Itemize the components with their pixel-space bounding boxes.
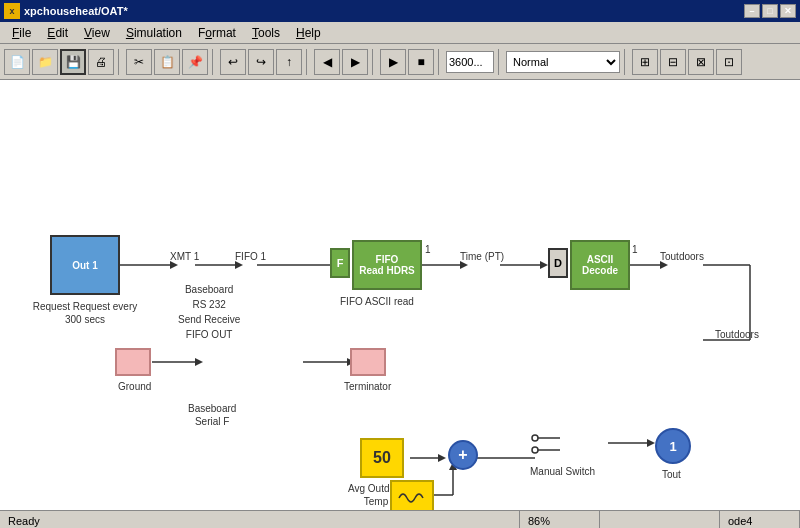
paste-button[interactable]: 📌: [182, 49, 208, 75]
tout-label: Tout: [662, 468, 681, 481]
title-bar: x xpchouseheat/OAT* – □ ✕: [0, 0, 800, 22]
time-pt-label: Time (PT): [460, 250, 504, 263]
manual-switch-label: Manual Switch: [530, 465, 595, 478]
block-avg-temp[interactable]: 50: [360, 438, 404, 478]
separator-7: [624, 49, 628, 75]
block-ground[interactable]: [115, 348, 151, 376]
svg-marker-30: [647, 439, 655, 447]
ascii-decode-1: 1: [632, 243, 638, 256]
title-text: xpchouseheat/OAT*: [24, 5, 744, 17]
fifo1-label: FIFO 1: [235, 250, 266, 263]
menu-format[interactable]: Format: [190, 24, 244, 42]
minimize-button[interactable]: –: [744, 4, 760, 18]
save-button[interactable]: 💾: [60, 49, 86, 75]
xpc-button-3[interactable]: ⊠: [688, 49, 714, 75]
menu-bar: File Edit View Simulation Format Tools H…: [0, 22, 800, 44]
block-fifo-read[interactable]: FIFORead HDRS: [352, 240, 422, 290]
block-d[interactable]: D: [548, 248, 568, 278]
separator-6: [498, 49, 502, 75]
block-ascii-decode[interactable]: ASCIIDecode: [570, 240, 630, 290]
xpc-button-4[interactable]: ⊡: [716, 49, 742, 75]
fifo-ascii-read-label: FIFO ASCII read: [340, 295, 414, 308]
open-button[interactable]: 📁: [32, 49, 58, 75]
menu-help[interactable]: Help: [288, 24, 329, 42]
close-button[interactable]: ✕: [780, 4, 796, 18]
svg-marker-9: [540, 261, 548, 269]
menu-tools[interactable]: Tools: [244, 24, 288, 42]
status-bar: Ready 86% ode4: [0, 510, 800, 528]
forward-button[interactable]: ▶: [342, 49, 368, 75]
toutdoors2-label: Toutdoors: [715, 328, 759, 341]
baseboard-rs232-label: BaseboardRS 232Send ReceiveFIFO OUT: [178, 282, 240, 342]
up-button[interactable]: ↑: [276, 49, 302, 75]
print-button[interactable]: 🖨: [88, 49, 114, 75]
xpc-button-2[interactable]: ⊟: [660, 49, 686, 75]
app-icon: x: [4, 3, 20, 19]
status-blank: [600, 511, 720, 528]
block-daily-temp[interactable]: [390, 480, 434, 510]
xpc-button-1[interactable]: ⊞: [632, 49, 658, 75]
play-button[interactable]: ▶: [380, 49, 406, 75]
block-f[interactable]: F: [330, 248, 350, 278]
menu-file[interactable]: File: [4, 24, 39, 42]
ground-label: Ground: [118, 380, 151, 393]
toolbar: 📄 📁 💾 🖨 ✂ 📋 📌 ↩ ↪ ↑ ◀ ▶ ▶ ■ Normal Accel…: [0, 44, 800, 80]
copy-button[interactable]: 📋: [154, 49, 180, 75]
new-button[interactable]: 📄: [4, 49, 30, 75]
separator-2: [212, 49, 216, 75]
block-tout[interactable]: 1: [655, 428, 691, 464]
cut-button[interactable]: ✂: [126, 49, 152, 75]
undo-button[interactable]: ↩: [220, 49, 246, 75]
block-out1[interactable]: Out 1: [50, 235, 120, 295]
svg-marker-20: [438, 454, 446, 462]
menu-view[interactable]: View: [76, 24, 118, 42]
canvas[interactable]: Out 1 Request Request every 300 secs XMT…: [0, 80, 800, 510]
mode-select[interactable]: Normal Accelerator Rapid Accelerator: [506, 51, 620, 73]
svg-point-26: [532, 435, 538, 441]
status-zoom: 86%: [520, 511, 600, 528]
status-ready: Ready: [0, 511, 520, 528]
separator-1: [118, 49, 122, 75]
separator-3: [306, 49, 310, 75]
svg-point-28: [532, 447, 538, 453]
menu-edit[interactable]: Edit: [39, 24, 76, 42]
title-buttons: – □ ✕: [744, 4, 796, 18]
fifo-read-1: 1: [425, 243, 431, 256]
redo-button[interactable]: ↪: [248, 49, 274, 75]
menu-simulation[interactable]: Simulation: [118, 24, 190, 42]
restore-button[interactable]: □: [762, 4, 778, 18]
time-input[interactable]: [446, 51, 494, 73]
stop-button[interactable]: ■: [408, 49, 434, 75]
toutdoors1-label: Toutdoors: [660, 250, 704, 263]
block-out1-label: Out 1: [72, 260, 98, 271]
terminator-label: Terminator: [344, 380, 391, 393]
block-out1-sublabel: Request Request every 300 secs: [30, 300, 140, 326]
back-button[interactable]: ◀: [314, 49, 340, 75]
status-solver: ode4: [720, 511, 800, 528]
svg-marker-16: [195, 358, 203, 366]
xmt1-label: XMT 1: [170, 250, 199, 263]
block-sum[interactable]: +: [448, 440, 478, 470]
baseboard-serial-f-label: BaseboardSerial F: [188, 402, 236, 428]
separator-4: [372, 49, 376, 75]
block-terminator[interactable]: [350, 348, 386, 376]
separator-5: [438, 49, 442, 75]
